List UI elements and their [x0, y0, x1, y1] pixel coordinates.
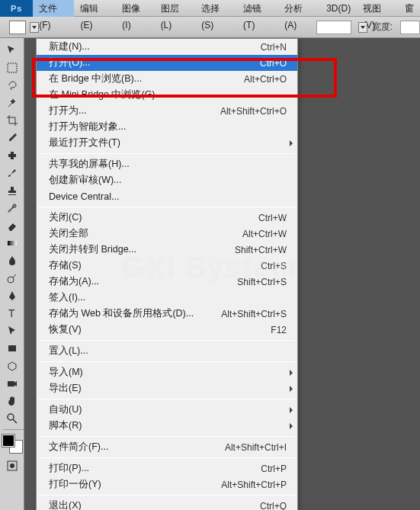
menu-item-29[interactable]: 文件简介(F)...Alt+Shift+Ctrl+I — [37, 439, 297, 455]
menu-item-label: 自动(U) — [49, 403, 287, 416]
menu-item-14[interactable]: 关闭并转到 Bridge...Shift+Ctrl+W — [37, 242, 297, 258]
svg-rect-4 — [8, 241, 17, 245]
opt-swatch[interactable] — [9, 21, 26, 34]
menu-item-17[interactable]: 签入(I)... — [37, 290, 297, 306]
menu-item-4[interactable]: 打开为...Alt+Shift+Ctrl+O — [37, 103, 297, 119]
wand-tool[interactable] — [2, 95, 23, 111]
menu-item-10[interactable]: Device Central... — [37, 188, 297, 204]
gradient-tool[interactable] — [2, 235, 23, 252]
menu-separator — [38, 153, 296, 154]
width-field[interactable] — [400, 21, 420, 34]
menu-item-shortcut: Alt+Shift+Ctrl+P — [221, 480, 287, 490]
menu-item-label: 关闭全部 — [49, 227, 242, 240]
menu-2[interactable]: 图像(I) — [116, 0, 154, 17]
menu-item-9[interactable]: 创建新审核(W)... — [37, 172, 297, 188]
menu-item-27[interactable]: 脚本(R) — [37, 418, 297, 434]
menu-item-label: 恢复(V) — [49, 323, 271, 336]
rectangle-tool[interactable] — [2, 340, 23, 357]
lasso-tool[interactable] — [2, 77, 23, 94]
menu-item-32[interactable]: 打印一份(Y)Alt+Shift+Ctrl+P — [37, 476, 297, 492]
menu-item-label: 脚本(R) — [49, 419, 287, 432]
menu-6[interactable]: 分析(A) — [278, 0, 320, 17]
menu-separator — [38, 361, 296, 362]
move-tool[interactable] — [2, 42, 23, 59]
color-swatches[interactable] — [2, 435, 22, 453]
menu-7[interactable]: 3D(D) — [320, 0, 357, 17]
menu-item-23[interactable]: 导入(M) — [37, 364, 297, 380]
menu-item-26[interactable]: 自动(U) — [37, 402, 297, 418]
menu-1[interactable]: 编辑(E) — [74, 0, 116, 17]
opt-dropdown-1[interactable] — [30, 22, 39, 33]
menu-item-13[interactable]: 关闭全部Alt+Ctrl+W — [37, 226, 297, 242]
stamp-tool[interactable] — [2, 182, 23, 199]
svg-rect-7 — [8, 345, 16, 351]
menu-0[interactable]: 文件(F) — [33, 0, 74, 17]
quickmask-tool[interactable] — [2, 457, 23, 474]
3d-camera-tool[interactable] — [2, 375, 23, 392]
menu-item-15[interactable]: 存储(S)Ctrl+S — [37, 258, 297, 274]
pen-tool[interactable] — [2, 287, 23, 304]
menu-item-16[interactable]: 存储为(A)...Shift+Ctrl+S — [37, 274, 297, 290]
opt-field-right[interactable] — [316, 21, 351, 34]
menu-item-5[interactable]: 打开为智能对象... — [37, 119, 297, 135]
svg-text:T: T — [8, 307, 15, 319]
ps-logo: Ps — [0, 0, 33, 17]
menu-separator — [38, 207, 296, 207]
menu-separator — [38, 399, 296, 399]
menu-item-1[interactable]: 打开(O)...Ctrl+O — [37, 55, 297, 71]
crop-tool[interactable] — [2, 112, 23, 129]
3d-tool[interactable] — [2, 358, 23, 374]
svg-rect-8 — [8, 381, 14, 387]
opt-dropdown-2[interactable] — [358, 22, 367, 33]
menu-item-34[interactable]: 退出(X)Ctrl+Q — [37, 498, 297, 510]
menu-item-0[interactable]: 新建(N)...Ctrl+N — [37, 39, 297, 55]
menu-item-21[interactable]: 置入(L)... — [37, 343, 297, 359]
brush-tool[interactable] — [2, 165, 23, 181]
menu-item-label: 打开为... — [49, 104, 220, 117]
menu-4[interactable]: 选择(S) — [195, 0, 237, 17]
marquee-tool[interactable] — [2, 59, 23, 76]
menu-item-18[interactable]: 存储为 Web 和设备所用格式(D)...Alt+Shift+Ctrl+S — [37, 306, 297, 322]
svg-point-9 — [8, 414, 14, 420]
menu-item-label: 存储(S) — [49, 259, 261, 272]
tool-divider — [3, 429, 24, 430]
menu-item-6[interactable]: 最近打开文件(T) — [37, 135, 297, 151]
blur-tool[interactable] — [2, 252, 23, 269]
history-brush-tool[interactable] — [2, 200, 23, 217]
hand-tool[interactable] — [2, 393, 23, 409]
menubar: Ps 文件(F)编辑(E)图像(I)图层(L)选择(S)滤镜(T)分析(A)3D… — [0, 0, 420, 17]
menu-item-label: 导入(M) — [49, 366, 287, 379]
menu-item-label: 在 Mini Bridge 中浏览(G)... — [49, 88, 287, 101]
dodge-tool[interactable] — [2, 270, 23, 287]
menu-separator — [38, 495, 296, 496]
menu-5[interactable]: 滤镜(T) — [237, 0, 278, 17]
path-select-tool[interactable] — [2, 322, 23, 339]
eraser-tool[interactable] — [2, 217, 23, 234]
menu-item-label: 退出(X) — [49, 499, 260, 510]
menu-item-label: 打印(P)... — [49, 462, 261, 475]
menu-item-label: 签入(I)... — [49, 291, 287, 304]
menu-item-3[interactable]: 在 Mini Bridge 中浏览(G)... — [37, 87, 297, 103]
foreground-color[interactable] — [2, 435, 14, 447]
menu-3[interactable]: 图层(L) — [155, 0, 196, 17]
menu-item-label: 打开(O)... — [49, 56, 260, 69]
menu-item-shortcut: Ctrl+W — [258, 213, 287, 223]
svg-point-11 — [10, 463, 14, 468]
menu-item-label: 新建(N)... — [49, 40, 261, 53]
menu-item-24[interactable]: 导出(E) — [37, 380, 297, 396]
heal-tool[interactable] — [2, 147, 23, 164]
menu-item-2[interactable]: 在 Bridge 中浏览(B)...Alt+Ctrl+O — [37, 71, 297, 87]
menu-item-8[interactable]: 共享我的屏幕(H)... — [37, 156, 297, 172]
menu-item-label: 打印一份(Y) — [49, 478, 221, 491]
menu-9[interactable]: 窗 — [399, 0, 420, 17]
zoom-tool[interactable] — [2, 410, 23, 427]
eyedropper-tool[interactable] — [2, 130, 23, 146]
menu-item-19[interactable]: 恢复(V)F12 — [37, 322, 297, 338]
type-tool[interactable]: T — [2, 305, 23, 322]
menu-item-12[interactable]: 关闭(C)Ctrl+W — [37, 210, 297, 226]
menu-item-shortcut: Alt+Shift+Ctrl+S — [221, 309, 287, 319]
menu-item-31[interactable]: 打印(P)...Ctrl+P — [37, 460, 297, 476]
menu-item-label: 关闭并转到 Bridge... — [49, 243, 235, 256]
menu-8[interactable]: 视图(V) — [357, 0, 399, 17]
menu-separator — [38, 436, 296, 437]
